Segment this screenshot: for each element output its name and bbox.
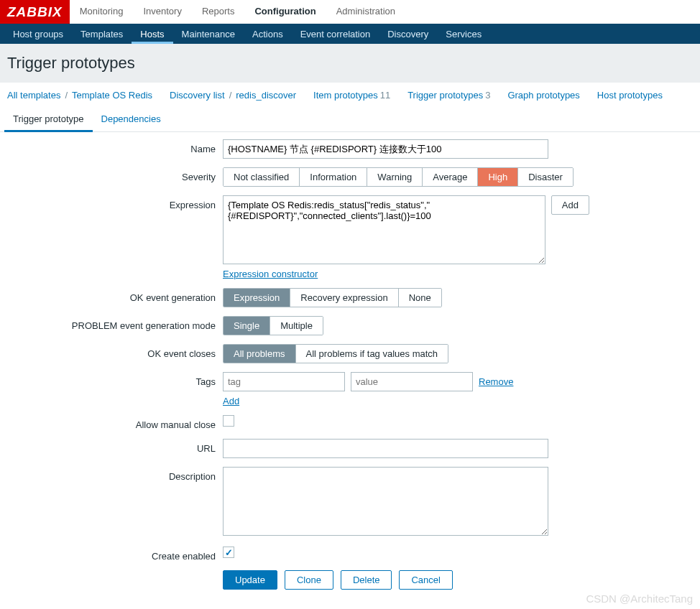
ok-event-expression[interactable]: Expression bbox=[224, 289, 290, 307]
crumb-trigger-prototypes[interactable]: Trigger prototypes3 bbox=[407, 90, 490, 101]
allow-manual-checkbox[interactable] bbox=[223, 415, 234, 427]
label-create-enabled: Create enabled bbox=[7, 547, 223, 562]
top-nav: ZABBIX Monitoring Inventory Reports Conf… bbox=[0, 0, 700, 24]
crumb-template-os-redis[interactable]: Template OS Redis bbox=[72, 90, 152, 101]
tag-remove-link[interactable]: Remove bbox=[479, 376, 513, 387]
crumb-sep: / bbox=[229, 90, 232, 101]
severity-disaster[interactable]: Disaster bbox=[518, 168, 573, 186]
label-ok-closes: OK event closes bbox=[7, 344, 223, 359]
problem-mode-group: Single Multiple bbox=[223, 316, 323, 335]
ok-event-recovery[interactable]: Recovery expression bbox=[290, 289, 398, 307]
topnav-reports[interactable]: Reports bbox=[192, 0, 245, 24]
crumb-host-prototypes[interactable]: Host prototypes bbox=[597, 90, 663, 101]
problem-mode-single[interactable]: Single bbox=[224, 317, 270, 335]
update-button[interactable]: Update bbox=[223, 570, 277, 590]
label-description: Description bbox=[7, 467, 223, 482]
severity-high[interactable]: High bbox=[478, 168, 518, 186]
subnav-services[interactable]: Services bbox=[437, 24, 490, 44]
label-ok-event: OK event generation bbox=[7, 288, 223, 303]
tag-add-link[interactable]: Add bbox=[223, 396, 239, 406]
page-title: Trigger prototypes bbox=[0, 44, 700, 83]
tab-dependencies[interactable]: Dependencies bbox=[93, 108, 170, 131]
delete-button[interactable]: Delete bbox=[341, 570, 392, 590]
expression-constructor-link[interactable]: Expression constructor bbox=[223, 269, 318, 279]
label-problem-mode: PROBLEM event generation mode bbox=[7, 316, 223, 331]
crumb-all-templates[interactable]: All templates bbox=[7, 90, 60, 101]
label-tags: Tags bbox=[7, 372, 223, 387]
crumb-item-prototypes[interactable]: Item prototypes11 bbox=[313, 90, 390, 101]
subnav-templates[interactable]: Templates bbox=[72, 24, 132, 44]
label-severity: Severity bbox=[7, 167, 223, 182]
ok-closes-tag-match[interactable]: All problems if tag values match bbox=[296, 345, 448, 363]
breadcrumb: All templates / Template OS Redis Discov… bbox=[0, 83, 700, 108]
expression-add-button[interactable]: Add bbox=[551, 195, 589, 215]
topnav-configuration[interactable]: Configuration bbox=[244, 0, 326, 24]
name-input[interactable] bbox=[223, 139, 548, 159]
subnav-maintenance[interactable]: Maintenance bbox=[173, 24, 244, 44]
severity-not-classified[interactable]: Not classified bbox=[224, 168, 300, 186]
logo: ZABBIX bbox=[0, 0, 70, 24]
subnav-host-groups[interactable]: Host groups bbox=[4, 24, 72, 44]
tag-value-input[interactable] bbox=[351, 372, 473, 391]
sub-nav: Host groups Templates Hosts Maintenance … bbox=[0, 24, 700, 44]
severity-warning[interactable]: Warning bbox=[367, 168, 423, 186]
subnav-event-correlation[interactable]: Event correlation bbox=[292, 24, 379, 44]
problem-mode-multiple[interactable]: Multiple bbox=[270, 317, 323, 335]
url-input[interactable] bbox=[223, 439, 548, 458]
label-name: Name bbox=[7, 139, 223, 154]
cancel-button[interactable]: Cancel bbox=[399, 570, 452, 590]
severity-group: Not classified Information Warning Avera… bbox=[223, 167, 574, 187]
subnav-discovery[interactable]: Discovery bbox=[379, 24, 437, 44]
tabs: Trigger prototype Dependencies bbox=[0, 108, 700, 132]
form: Name Severity Not classified Information… bbox=[0, 132, 700, 605]
ok-event-group: Expression Recovery expression None bbox=[223, 288, 442, 307]
subnav-hosts[interactable]: Hosts bbox=[132, 24, 172, 44]
description-textarea[interactable] bbox=[223, 467, 548, 536]
expression-textarea[interactable] bbox=[223, 195, 545, 264]
ok-closes-all[interactable]: All problems bbox=[224, 345, 296, 363]
tag-name-input[interactable] bbox=[223, 372, 345, 391]
label-expression: Expression bbox=[7, 195, 223, 210]
topnav-monitoring[interactable]: Monitoring bbox=[70, 0, 134, 24]
ok-event-none[interactable]: None bbox=[399, 289, 441, 307]
clone-button[interactable]: Clone bbox=[285, 570, 333, 590]
crumb-discovery-list[interactable]: Discovery list bbox=[170, 90, 225, 101]
crumb-redis-discover[interactable]: redis_discover bbox=[236, 90, 296, 101]
label-url: URL bbox=[7, 439, 223, 454]
topnav-administration[interactable]: Administration bbox=[326, 0, 405, 24]
create-enabled-checkbox[interactable] bbox=[223, 547, 234, 558]
topnav-inventory[interactable]: Inventory bbox=[133, 0, 191, 24]
ok-closes-group: All problems All problems if tag values … bbox=[223, 344, 448, 363]
crumb-graph-prototypes[interactable]: Graph prototypes bbox=[507, 90, 579, 101]
subnav-actions[interactable]: Actions bbox=[244, 24, 292, 44]
tab-trigger-prototype[interactable]: Trigger prototype bbox=[4, 108, 93, 132]
severity-average[interactable]: Average bbox=[423, 168, 478, 186]
crumb-sep: / bbox=[65, 90, 68, 101]
severity-information[interactable]: Information bbox=[300, 168, 367, 186]
label-allow-manual: Allow manual close bbox=[7, 415, 223, 430]
